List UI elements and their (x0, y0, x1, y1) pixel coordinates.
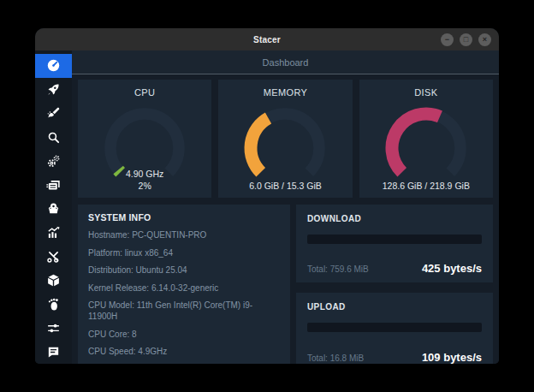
minimize-button[interactable]: − (441, 33, 454, 46)
page-header: Dashboard (72, 50, 499, 74)
disk-gauge-value-line: 128.6 GiB / 218.9 GiB (359, 180, 493, 192)
sidebar-item-processes[interactable] (35, 173, 72, 197)
memory-gauge-value-line: 6.0 GiB / 15.3 GiB (218, 180, 352, 192)
sidebar (35, 50, 72, 364)
sidebar-item-services[interactable] (35, 149, 72, 173)
cpu-gauge-title: CPU (78, 87, 211, 98)
sidebar-item-helpers[interactable] (35, 245, 72, 269)
cpu-gauge-value-line: 4.90 GHz (78, 168, 211, 180)
sidebar-item-search[interactable] (35, 126, 72, 150)
sidebar-item-gnome-settings[interactable] (35, 292, 72, 316)
system-info-row-cpu-core: CPU Core: 8 (88, 329, 280, 340)
bottom-row: SYSTEM INFO Hostname: PC-QUENTIN-PROPlat… (78, 205, 493, 364)
chat-icon (46, 345, 61, 359)
close-button[interactable]: × (478, 33, 491, 46)
upload-progress-bar (307, 323, 482, 332)
system-info-row-hostname: Hostname: PC-QUENTIN-PRO (88, 229, 280, 241)
system-info-title: SYSTEM INFO (88, 212, 280, 223)
gears-icon (46, 154, 61, 169)
system-info-rows: Hostname: PC-QUENTIN-PROPlatform: linux … (88, 229, 280, 357)
download-speed: 425 bytes/s (422, 262, 482, 275)
gauge-row: CPU 4.90 GHz2%MEMORY 6.0 GiB / 15.3 GiBD… (78, 80, 493, 198)
disk-gauge-card: DISK 128.6 GiB / 218.9 GiB (359, 80, 493, 198)
system-info-row-platform: Platform: linux x86_64 (88, 247, 280, 258)
cpu-gauge-value-line: 2% (78, 180, 211, 192)
window-title: Stacer (253, 35, 281, 45)
window-body: Dashboard CPU 4.90 GHz2%MEMORY 6.0 GiB /… (35, 50, 499, 364)
download-total: Total: 759.6 MiB (307, 264, 369, 274)
processes-icon (46, 178, 61, 193)
disk-gauge (366, 98, 486, 187)
titlebar[interactable]: Stacer −□× (35, 28, 499, 50)
stacer-window: Stacer −□× (35, 28, 499, 364)
memory-gauge-value: 6.0 GiB / 15.3 GiB (218, 180, 352, 192)
upload-card: UPLOADTotal: 16.8 MiB109 bytes/s (296, 293, 493, 364)
page-title: Dashboard (263, 57, 309, 68)
download-footer: Total: 759.6 MiB425 bytes/s (307, 262, 482, 275)
disk-gauge-value: 128.6 GiB / 218.9 GiB (359, 180, 493, 192)
upload-total: Total: 16.8 MiB (307, 353, 364, 363)
upload-title: UPLOAD (307, 302, 482, 312)
download-title: DOWNLOAD (307, 214, 482, 223)
sidebar-item-settings[interactable] (35, 316, 72, 340)
system-info-row-cpu-model: CPU Model: 11th Gen Intel(R) Core(TM) i9… (88, 300, 280, 322)
sidebar-item-uninstaller[interactable] (35, 197, 72, 221)
sidebar-item-feedback[interactable] (35, 340, 72, 364)
disk-gauge-title: DISK (359, 87, 493, 98)
dashboard-content: CPU 4.90 GHz2%MEMORY 6.0 GiB / 15.3 GiBD… (72, 74, 499, 364)
sidebar-item-system-cleaner[interactable] (35, 102, 72, 126)
dashboard-icon (46, 58, 61, 73)
uninstaller-icon (46, 201, 61, 216)
upload-footer: Total: 16.8 MiB109 bytes/s (307, 351, 482, 364)
sidebar-item-startup-apps[interactable] (35, 78, 72, 102)
memory-gauge-title: MEMORY (218, 87, 352, 98)
memory-gauge (225, 98, 345, 187)
system-info-row-cpu-speed: CPU Speed: 4.9GHz (88, 346, 280, 357)
rocket-icon (46, 82, 61, 97)
search-icon (46, 130, 61, 145)
package-icon (46, 273, 61, 288)
chart-icon (46, 225, 61, 240)
cpu-gauge-value: 4.90 GHz2% (78, 168, 211, 192)
sliders-icon (46, 321, 61, 336)
memory-gauge-card: MEMORY 6.0 GiB / 15.3 GiB (218, 80, 352, 198)
tools-icon (46, 249, 61, 264)
cpu-gauge-card: CPU 4.90 GHz2% (78, 80, 211, 198)
sidebar-item-dashboard[interactable] (35, 54, 72, 78)
system-info-panel: SYSTEM INFO Hostname: PC-QUENTIN-PROPlat… (78, 205, 290, 364)
download-progress-bar (307, 235, 482, 244)
download-card: DOWNLOADTotal: 759.6 MiB425 bytes/s (296, 205, 493, 282)
sidebar-item-apt-repository-manager[interactable] (35, 269, 72, 293)
system-info-row-kernel-release: Kernel Release: 6.14.0-32-generic (88, 282, 280, 294)
network-column: DOWNLOADTotal: 759.6 MiB425 bytes/sUPLOA… (296, 205, 493, 364)
brush-icon (46, 106, 61, 121)
window-controls: −□× (441, 28, 491, 50)
main-area: Dashboard CPU 4.90 GHz2%MEMORY 6.0 GiB /… (72, 50, 499, 364)
gnome-foot-icon (46, 297, 61, 312)
maximize-button[interactable]: □ (460, 33, 472, 46)
sidebar-item-resources[interactable] (35, 221, 72, 245)
upload-speed: 109 bytes/s (422, 351, 482, 364)
system-info-row-distribution: Distribution: Ubuntu 25.04 (88, 264, 280, 276)
